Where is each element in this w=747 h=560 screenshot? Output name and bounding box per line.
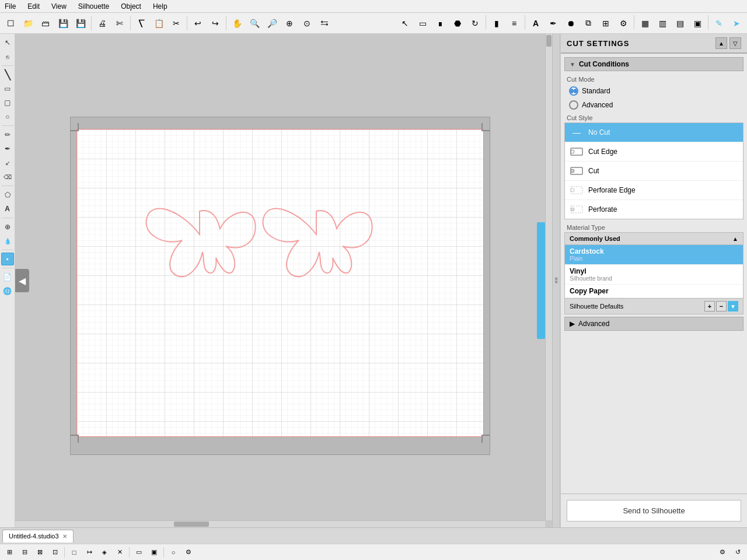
paste-button[interactable]: 📋 [151, 15, 167, 32]
panel-collapse-button[interactable]: »» [552, 34, 560, 527]
draw-icon[interactable]: ✎ [711, 15, 727, 32]
sb-weld-btn[interactable]: ◈ [97, 546, 111, 559]
canvas-left-arrow[interactable]: ◀ [15, 269, 29, 292]
zoom-fit-button[interactable]: ⊕ [281, 15, 298, 32]
zoom-out-button[interactable]: 🔎 [264, 15, 280, 32]
cut-item[interactable]: Cut [565, 162, 743, 181]
library-button[interactable]: 🗃 [37, 15, 54, 32]
brush-tool[interactable]: ↙ [1, 156, 14, 169]
standard-radio[interactable] [569, 86, 578, 96]
sb-ungroup-btn[interactable]: ⊡ [48, 546, 62, 559]
perforate-item[interactable]: Perforate [565, 200, 743, 219]
perforate-edge-item[interactable]: Perforate Edge [565, 181, 743, 200]
advanced-radio[interactable] [569, 100, 578, 110]
weld-icon[interactable]: ⚙ [615, 15, 631, 32]
eyedrop-tool[interactable]: 💧 [1, 235, 14, 247]
select-tool[interactable]: ↖ [1, 36, 14, 49]
pen-tool[interactable]: ✏ [1, 128, 14, 141]
menu-silhouette[interactable]: Silhouette [76, 1, 111, 12]
no-cut-item[interactable]: — No Cut [565, 123, 743, 142]
sb-gear-button[interactable]: ⚙ [715, 546, 729, 559]
new-button[interactable]: ☐ [2, 15, 19, 32]
text-draw-tool[interactable]: A [1, 202, 14, 215]
panel4-icon[interactable]: ▣ [689, 15, 706, 32]
media-tool[interactable]: 🌐 [1, 285, 14, 298]
rect-icon[interactable]: ▭ [414, 15, 431, 32]
line-tool[interactable]: ╲ [1, 68, 14, 81]
panel2-icon[interactable]: ▥ [654, 15, 671, 32]
rect-draw-tool[interactable]: ▭ [1, 82, 14, 95]
bezier-draw-tool[interactable]: ✒ [1, 142, 14, 155]
undo-button[interactable]: ↩ [190, 15, 206, 32]
sb-extra-btn[interactable]: ○ [166, 546, 180, 559]
material-copy-paper[interactable]: Copy Paper [565, 285, 743, 298]
save-button[interactable]: 💾 [55, 15, 71, 32]
sb-close-btn[interactable]: ✕ [113, 546, 127, 559]
sb-combine-btn[interactable]: ▭ [132, 546, 146, 559]
sb-refresh-button[interactable]: ↺ [731, 546, 745, 559]
fill-tool[interactable]: ▪ [1, 253, 14, 265]
redo-button[interactable]: ↪ [207, 15, 224, 32]
material-dropdown-button[interactable]: ▼ [728, 301, 738, 312]
sb-replicate-btn[interactable]: □ [67, 546, 81, 559]
text-icon[interactable]: A [528, 15, 544, 32]
menu-edit[interactable]: Edit [25, 1, 42, 12]
replicate-icon[interactable]: ⊞ [598, 15, 614, 32]
menu-help[interactable]: Help [151, 1, 170, 12]
bar2-icon[interactable]: ≡ [506, 15, 522, 32]
send-to-silhouette-button[interactable]: Send to Silhouette [567, 500, 741, 522]
rotate-icon[interactable]: ↻ [467, 15, 483, 32]
tab-close-icon[interactable]: ✕ [62, 533, 67, 540]
hex-icon[interactable]: ⬣ [449, 15, 466, 32]
panel-down-button[interactable]: ▽ [729, 37, 741, 49]
advanced-section-header[interactable]: ▶ Advanced [564, 317, 743, 331]
eraser-tool[interactable]: ⌫ [1, 170, 14, 183]
hand-button[interactable]: ✋ [229, 15, 245, 32]
cut-conditions-header[interactable]: ▼ Cut Conditions [564, 57, 743, 71]
sb-mirror-btn[interactable]: ↦ [82, 546, 96, 559]
sb-settings-small[interactable]: ⚙ [181, 546, 196, 559]
copy-button[interactable]: ⎲ [133, 15, 149, 32]
loupe-tool[interactable]: ⊕ [1, 220, 14, 233]
rounded-rect-tool[interactable]: ▢ [1, 96, 14, 109]
tab-untitled[interactable]: Untitled-4.studio3 ✕ [2, 530, 74, 542]
record-icon[interactable]: ⏺ [563, 15, 579, 32]
advanced-mode-row[interactable]: Advanced [564, 98, 743, 112]
print-cut-button[interactable]: ✄ [111, 15, 128, 32]
canvas-scroll[interactable] [15, 34, 545, 520]
polygon-tool[interactable]: ⬠ [1, 188, 14, 201]
panel-up-button[interactable]: ▲ [715, 37, 727, 49]
ellipse-tool[interactable]: ○ [1, 110, 14, 123]
standard-mode-row[interactable]: Standard [564, 84, 743, 98]
node-button[interactable]: ⮀ [316, 15, 333, 32]
panel1-icon[interactable]: ▦ [637, 15, 653, 32]
scroll-right[interactable] [545, 34, 552, 520]
layers-icon[interactable]: ⧉ [580, 15, 596, 32]
save-red-button[interactable]: 💾 [72, 15, 89, 32]
menu-object[interactable]: Object [118, 1, 144, 12]
sb-align-btn[interactable]: ⊟ [18, 546, 32, 559]
transform-button[interactable]: ⊙ [299, 15, 315, 32]
cut-edge-item[interactable]: Cut Edge [565, 142, 743, 162]
node-edit-tool[interactable]: ⎋ [1, 50, 14, 63]
material-scroll[interactable]: Cardstock Plain Vinyl Silhouette brand C… [565, 245, 743, 298]
material-cardstock[interactable]: Cardstock Plain [565, 245, 743, 265]
cut-button[interactable]: ✂ [168, 15, 184, 32]
material-remove-button[interactable]: − [716, 301, 727, 312]
panel3-icon[interactable]: ▤ [672, 15, 688, 32]
material-vinyl[interactable]: Vinyl Silhouette brand [565, 265, 743, 285]
zoom-in-button[interactable]: 🔍 [246, 15, 263, 32]
open-button[interactable]: 📁 [20, 15, 36, 32]
print-button[interactable]: 🖨 [94, 15, 110, 32]
sb-grid-btn[interactable]: ⊞ [2, 546, 16, 559]
material-add-button[interactable]: + [704, 301, 715, 312]
bar1-icon[interactable]: ▮ [488, 15, 505, 32]
page-view-tool[interactable]: 📄 [1, 271, 14, 284]
select-icon[interactable]: ↖ [397, 15, 413, 32]
sb-group-btn[interactable]: ⊠ [33, 546, 47, 559]
scroll-bottom[interactable] [15, 520, 545, 527]
menu-view[interactable]: View [49, 1, 69, 12]
menu-file[interactable]: File [2, 1, 18, 12]
sb-subtract-btn[interactable]: ▣ [147, 546, 161, 559]
bezier-icon[interactable]: ✒ [545, 15, 561, 32]
